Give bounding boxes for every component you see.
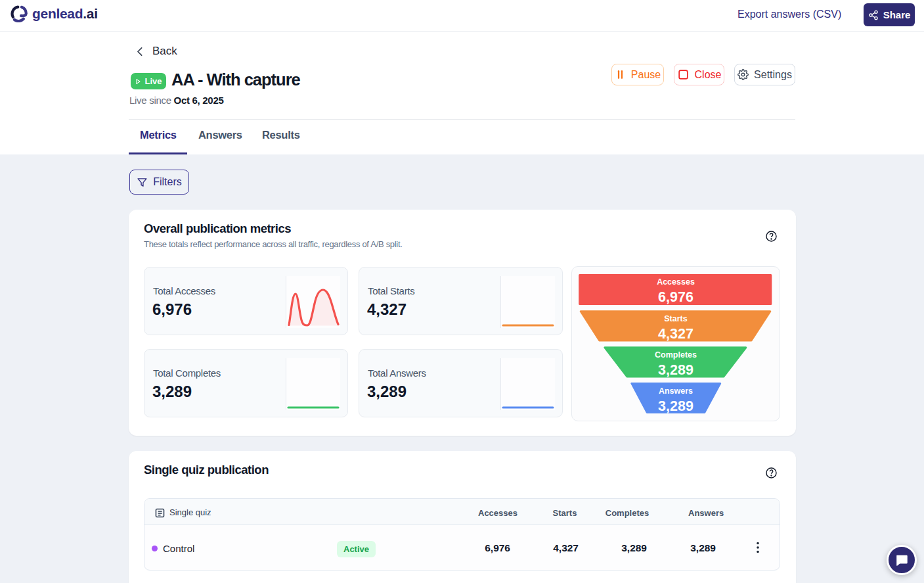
- svg-text:Completes: Completes: [655, 350, 697, 360]
- svg-text:6,976: 6,976: [658, 289, 693, 305]
- svg-text:3,289: 3,289: [658, 398, 693, 414]
- svg-text:Starts: Starts: [664, 314, 687, 323]
- svg-text:4,327: 4,327: [658, 326, 693, 342]
- svg-text:Answers: Answers: [659, 386, 693, 396]
- svg-text:3,289: 3,289: [658, 362, 693, 378]
- svg-text:Accesses: Accesses: [657, 277, 695, 287]
